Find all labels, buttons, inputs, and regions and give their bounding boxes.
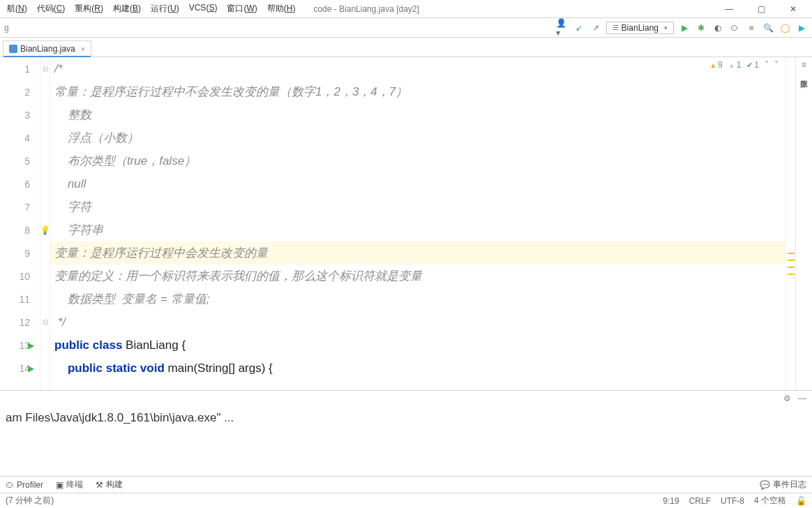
fold-marker[interactable] [40, 334, 50, 357]
event-log-tab[interactable]: 💬事件日志 [760, 479, 806, 491]
line-number: 13▶ [0, 334, 40, 357]
fold-marker[interactable] [40, 357, 50, 380]
menu-帮助[interactable]: 帮助(H) [263, 1, 300, 16]
users-icon[interactable]: 👤▾ [556, 22, 569, 34]
breadcrumb-partial: g [4, 23, 9, 33]
profiler-tab[interactable]: ⏲Profiler [6, 480, 43, 490]
fold-marker[interactable] [40, 287, 50, 311]
stop-button[interactable]: ■ [745, 22, 758, 34]
line-number: 6 [0, 172, 40, 195]
tab-bianliang[interactable]: BianLiang.java × [3, 40, 91, 57]
console-hide-icon[interactable]: — [798, 394, 806, 403]
fold-marker[interactable] [40, 149, 50, 172]
fold-marker[interactable] [40, 80, 50, 103]
fold-marker[interactable] [40, 126, 50, 149]
search-icon[interactable]: 🔍 [762, 22, 774, 34]
close-tab-icon[interactable]: × [81, 45, 85, 53]
inspection-prev-icon[interactable]: ˄ [765, 60, 769, 70]
run-button[interactable]: ▶ [678, 22, 691, 34]
terminal-tab[interactable]: ▣终端 [56, 479, 83, 491]
line-number: 9 [0, 241, 40, 264]
fold-marker[interactable] [40, 195, 50, 218]
line-number: 8 [0, 218, 40, 241]
line-number: 3 [0, 103, 40, 126]
ok-count[interactable]: 1 [746, 60, 759, 70]
inspections-widget[interactable]: 9 1 1 ˄ ˅ [709, 60, 779, 70]
database-tool-icon[interactable]: ≡ [802, 60, 806, 70]
readonly-lock-icon[interactable]: 🔓 [796, 496, 806, 506]
line-number: 10 [0, 264, 40, 287]
menu-运行[interactable]: 运行(U) [146, 1, 183, 16]
window-title: code - BianLiang.java [day2] [313, 4, 419, 14]
console-output: am Files\Java\jdk1.8.0_161\bin\java.exe"… [6, 411, 234, 424]
fold-marker[interactable] [40, 264, 50, 287]
right-tool-strip: ≡ 数据库 [795, 57, 812, 390]
fold-marker[interactable]: ⊟ [40, 57, 50, 80]
debug-button[interactable]: ✱ [695, 22, 707, 34]
settings-icon[interactable]: ◯ [779, 22, 791, 34]
run-configuration-select[interactable]: BianLiang [606, 22, 674, 34]
intention-bulb-icon[interactable]: 💡 [40, 225, 50, 235]
fold-marker[interactable] [40, 172, 50, 195]
line-number: 1 [0, 57, 40, 80]
indent-setting[interactable]: 4 个空格 [754, 495, 786, 507]
line-number: 4 [0, 126, 40, 149]
error-stripe[interactable] [785, 57, 795, 390]
line-number: 7 [0, 195, 40, 218]
fold-marker[interactable]: 💡 [40, 218, 50, 241]
bottom-tool-tabs: ⏲Profiler ▣终端 ⚒构建 💬事件日志 [0, 476, 812, 493]
line-number: 12 [0, 311, 40, 334]
status-bar: (7 分钟 之前) 9:19 CRLF UTF-8 4 个空格 🔓 [0, 493, 812, 508]
run-console[interactable]: am Files\Java\jdk1.8.0_161\bin\java.exe"… [0, 406, 812, 476]
menu-航[interactable]: 航(N) [3, 1, 31, 16]
vcs-arrow-icon[interactable]: ↗ [589, 22, 602, 34]
editor-tabs: BianLiang.java × [0, 38, 812, 57]
menu-VCS[interactable]: VCS(S) [185, 1, 222, 16]
line-gutter: 12345678910111213▶14▶ [0, 57, 40, 390]
weak-warnings-count[interactable]: 1 [728, 60, 742, 70]
menu-重构[interactable]: 重构(R) [70, 1, 107, 16]
menu-构建[interactable]: 构建(B) [109, 1, 145, 16]
window-close-button[interactable]: ✕ [788, 4, 798, 14]
line-number: 11 [0, 287, 40, 311]
status-left: (7 分钟 之前) [6, 495, 54, 507]
profiler-button[interactable]: ⏲ [728, 22, 741, 34]
java-file-icon [9, 45, 17, 53]
main-toolbar: g 👤▾ ↙ ↗ BianLiang ▶ ✱ ◐ ⏲ ■ 🔍 ◯ ▶ [0, 18, 812, 38]
fold-marker[interactable] [40, 103, 50, 126]
fold-marker[interactable] [40, 241, 50, 264]
fold-marker[interactable]: ⊟ [40, 311, 50, 334]
line-number: 14▶ [0, 357, 40, 380]
line-separator[interactable]: CRLF [689, 496, 711, 506]
console-settings-icon[interactable]: ⚙ [783, 394, 791, 403]
coverage-button[interactable]: ◐ [712, 22, 724, 34]
gutter-run-icon[interactable]: ▶ [28, 364, 34, 373]
menu-bar: 航(N)代码(C)重构(R)构建(B)运行(U)VCS(S)窗口(W)帮助(H)… [0, 0, 812, 18]
cursor-position[interactable]: 9:19 [663, 496, 679, 506]
build-tab[interactable]: ⚒构建 [96, 479, 123, 491]
code-area[interactable]: 9 1 1 ˄ ˅ /* 常量：是程序运行过程中不会发生改变的量（数字1，2，3… [50, 57, 785, 390]
ide-icon[interactable]: ▶ [795, 22, 808, 34]
menu-代码[interactable]: 代码(C) [33, 1, 70, 16]
tab-label: BianLiang.java [20, 44, 75, 54]
editor: 12345678910111213▶14▶ ⊟💡⊟ 9 1 1 ˄ ˅ /* 常… [0, 57, 812, 390]
console-toolbar: ⚙ — [0, 391, 812, 406]
menu-窗口[interactable]: 窗口(W) [223, 1, 261, 16]
line-number: 5 [0, 149, 40, 172]
file-encoding[interactable]: UTF-8 [721, 496, 744, 506]
sync-icon[interactable]: ↙ [573, 22, 585, 34]
warnings-count[interactable]: 9 [709, 60, 723, 70]
window-maximize-button[interactable]: ▢ [756, 4, 766, 14]
inspection-next-icon[interactable]: ˅ [774, 60, 779, 70]
line-number: 2 [0, 80, 40, 103]
fold-column: ⊟💡⊟ [40, 57, 50, 390]
window-minimize-button[interactable]: — [724, 4, 734, 14]
gutter-run-icon[interactable]: ▶ [28, 341, 34, 350]
